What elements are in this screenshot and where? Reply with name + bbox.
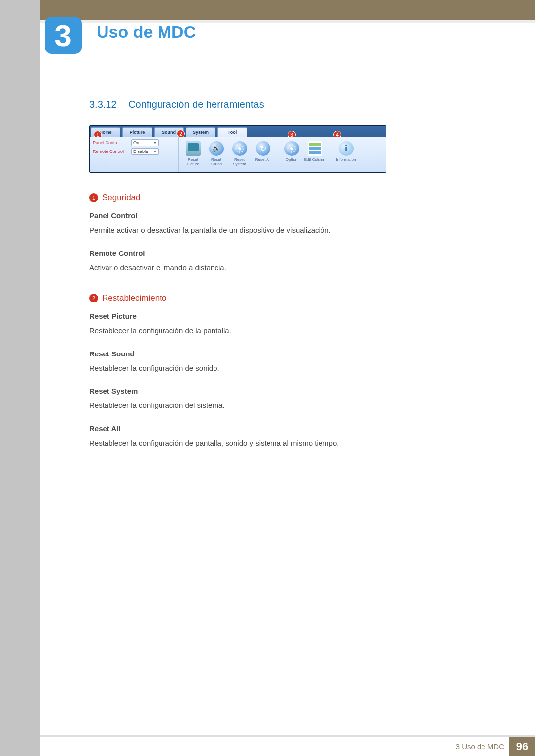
- reset-picture-heading: Reset Picture: [89, 312, 481, 320]
- reset-system-desc: Restablecer la configuración del sistema…: [89, 400, 481, 411]
- section-heading: 3.3.12 Configuración de herramientas: [89, 99, 481, 110]
- tool-toolbar-screenshot: Home Picture Sound System Tool 1 2 3 4 P…: [89, 125, 386, 173]
- remote-control-value: Disable: [133, 149, 148, 154]
- reset-picture-button[interactable]: Reset Picture: [182, 139, 204, 167]
- panel-control-desc: Permite activar o desactivar la pantalla…: [89, 225, 481, 236]
- option-button[interactable]: Option: [280, 139, 303, 162]
- section-title: Configuración de herramientas: [128, 99, 264, 110]
- remote-control-label: Remote Control: [93, 149, 128, 154]
- reset-system-label: Reset System: [228, 158, 251, 167]
- panel-control-select[interactable]: On ▼: [131, 139, 159, 146]
- reset-all-desc: Restablecer la configuración de pantalla…: [89, 438, 481, 449]
- option-icon: [284, 141, 299, 156]
- callout-dot-2: 2: [89, 294, 98, 302]
- subheading-restablecimiento-text: Restablecimiento: [102, 293, 166, 303]
- panel-control-label: Panel Control: [93, 140, 128, 145]
- panel-control-row: Panel Control On ▼: [93, 139, 175, 146]
- remote-control-row: Remote Control Disable ▼: [93, 148, 175, 155]
- information-button[interactable]: Information: [332, 139, 360, 162]
- subheading-seguridad-text: Seguridad: [102, 193, 141, 202]
- footer-text: 3 Uso de MDC: [456, 742, 504, 751]
- reset-system-icon: [232, 141, 247, 156]
- reset-system-heading: Reset System: [89, 387, 481, 395]
- reset-sound-heading: Reset Sound: [89, 350, 481, 358]
- section-number: 3.3.12: [89, 99, 117, 110]
- tabs-row: Home Picture Sound System Tool 1 2 3 4: [90, 126, 386, 137]
- remote-control-desc: Activar o desactivar el mando a distanci…: [89, 262, 481, 274]
- reset-all-icon: [256, 141, 270, 156]
- reset-system-button[interactable]: Reset System: [228, 139, 251, 167]
- remote-control-heading: Remote Control: [89, 249, 481, 257]
- reset-all-button[interactable]: Reset All: [252, 139, 274, 167]
- chapter-title: Uso de MDC: [97, 22, 196, 42]
- edit-column-button[interactable]: Edit Column: [304, 139, 326, 162]
- subheading-seguridad: 1 Seguridad: [89, 193, 481, 202]
- remote-control-select[interactable]: Disable ▼: [131, 148, 159, 155]
- chevron-down-icon: ▼: [153, 150, 157, 153]
- information-icon: [339, 141, 354, 156]
- page-top-band: [40, 0, 535, 20]
- reset-all-heading: Reset All: [89, 424, 481, 433]
- edit-column-icon: [308, 141, 322, 156]
- chapter-number-badge: 3: [45, 17, 82, 54]
- page-footer: 3 Uso de MDC 96: [40, 735, 535, 756]
- reset-picture-label: Reset Picture: [182, 158, 204, 167]
- ribbon-row: Panel Control On ▼ Remote Control Disabl…: [90, 137, 386, 172]
- subheading-restablecimiento: 2 Restablecimiento: [89, 293, 481, 303]
- chevron-down-icon: ▼: [153, 141, 157, 145]
- reset-sound-icon: [209, 141, 224, 156]
- panel-control-heading: Panel Control: [89, 211, 481, 220]
- information-label: Information: [336, 158, 356, 162]
- reset-sound-desc: Restablecer la configuración de sonido.: [89, 363, 481, 374]
- tab-picture[interactable]: Picture: [122, 127, 152, 137]
- reset-picture-icon: [186, 141, 201, 156]
- reset-sound-button[interactable]: Reset Sound: [205, 139, 227, 167]
- tab-system[interactable]: System: [186, 127, 215, 137]
- callout-dot-1: 1: [89, 193, 98, 202]
- panel-control-value: On: [133, 140, 139, 145]
- option-label: Option: [286, 158, 298, 162]
- page-sidebar: [0, 0, 40, 756]
- reset-sound-label: Reset Sound: [205, 158, 227, 167]
- tab-tool[interactable]: Tool: [217, 127, 247, 137]
- reset-picture-desc: Restablecer la configuración de la panta…: [89, 325, 481, 337]
- reset-all-label: Reset All: [255, 158, 271, 162]
- footer-page-number: 96: [509, 737, 535, 756]
- edit-column-label: Edit Column: [304, 158, 326, 162]
